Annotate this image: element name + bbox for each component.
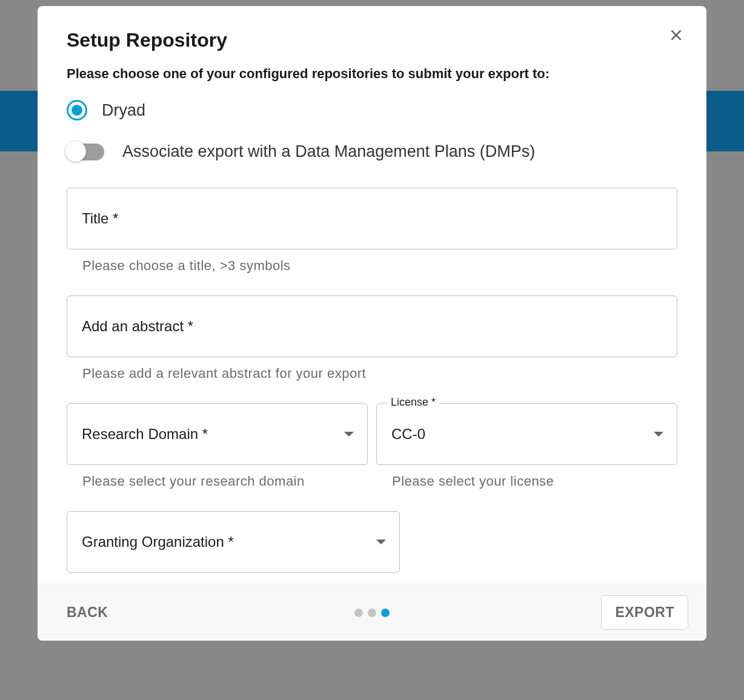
export-button[interactable]: EXPORT <box>601 595 688 630</box>
radio-checked-icon <box>71 105 82 116</box>
close-icon <box>668 27 684 43</box>
license-helper: Please select your license <box>376 474 677 489</box>
dmp-toggle[interactable] <box>67 144 104 160</box>
modal-overlay: Setup Repository Please choose one of yo… <box>0 0 744 700</box>
research-domain-label: Research Domain * <box>82 426 208 443</box>
modal-footer: BACK EXPORT <box>38 584 706 641</box>
setup-repository-modal: Setup Repository Please choose one of yo… <box>38 6 706 641</box>
abstract-input[interactable] <box>67 296 677 357</box>
research-domain-select[interactable]: Research Domain * <box>67 403 368 465</box>
license-floating-label: License * <box>387 396 439 409</box>
chevron-down-icon <box>376 540 386 544</box>
step-dot-2[interactable] <box>368 609 376 617</box>
license-value: CC-0 <box>391 426 425 443</box>
research-domain-col: Research Domain * Please select your res… <box>67 403 368 489</box>
repository-radio[interactable] <box>67 100 87 121</box>
step-dot-1[interactable] <box>354 609 363 617</box>
granting-org-select[interactable]: Granting Organization * <box>67 511 400 573</box>
stepper-dots <box>354 609 390 617</box>
modal-header: Setup Repository <box>38 6 706 66</box>
granting-org-label: Granting Organization * <box>82 533 234 550</box>
step-dot-3[interactable] <box>381 609 390 617</box>
modal-body: Please choose one of your configured rep… <box>38 66 706 584</box>
repository-radio-row[interactable]: Dryad <box>67 100 677 121</box>
chevron-down-icon <box>654 432 663 437</box>
granting-org-col: Granting Organization * <box>67 511 400 573</box>
modal-title: Setup Repository <box>67 29 677 51</box>
chevron-down-icon <box>344 432 354 437</box>
back-button[interactable]: BACK <box>67 604 108 621</box>
dmp-toggle-row: Associate export with a Data Management … <box>67 142 677 161</box>
license-col: License * CC-0 Please select your licens… <box>376 403 677 489</box>
abstract-helper: Please add a relevant abstract for your … <box>67 366 677 381</box>
dmp-toggle-label: Associate export with a Data Management … <box>122 142 535 161</box>
title-field-group: Please choose a title, >3 symbols <box>67 188 677 274</box>
toggle-thumb <box>65 141 86 162</box>
title-input[interactable] <box>67 188 677 249</box>
instruction-text: Please choose one of your configured rep… <box>67 66 677 82</box>
title-helper: Please choose a title, >3 symbols <box>67 258 677 274</box>
close-button[interactable] <box>664 23 688 47</box>
research-domain-helper: Please select your research domain <box>67 474 368 489</box>
domain-license-row: Research Domain * Please select your res… <box>67 403 677 489</box>
repository-radio-label: Dryad <box>102 101 145 120</box>
license-select[interactable]: CC-0 <box>376 403 677 465</box>
abstract-field-group: Please add a relevant abstract for your … <box>67 296 677 381</box>
